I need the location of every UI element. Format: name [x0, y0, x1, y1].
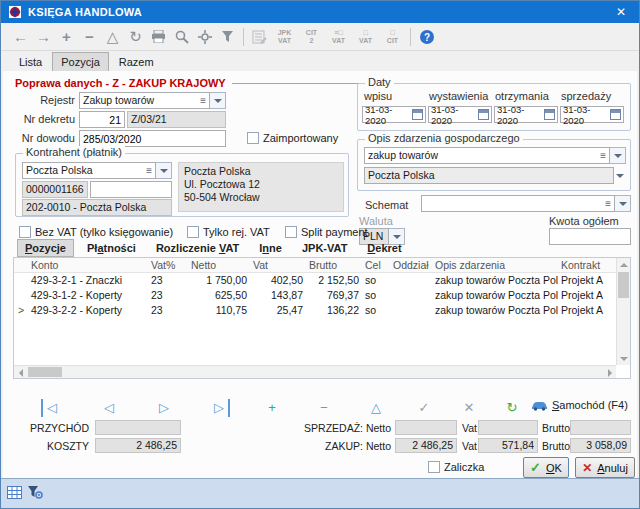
calendar-icon[interactable]: [478, 109, 489, 120]
tab-inne[interactable]: Inne: [252, 240, 289, 256]
list-icon[interactable]: ≡: [200, 93, 206, 108]
col-netto[interactable]: Netto: [188, 258, 250, 272]
samochod-button[interactable]: Samochód (F4): [531, 399, 628, 411]
prev-record-icon[interactable]: ◁: [98, 399, 120, 417]
chevron-down-icon[interactable]: [615, 195, 631, 212]
scroll-left-icon[interactable]: [14, 366, 27, 379]
chevron-down-icon[interactable]: [610, 147, 626, 164]
edit-record-icon[interactable]: △: [365, 399, 387, 417]
horizontal-scrollbar[interactable]: [14, 365, 616, 378]
tylko-rej-vat-checkbox[interactable]: [187, 226, 199, 238]
calendar-icon[interactable]: [412, 109, 423, 120]
add-icon[interactable]: +: [55, 24, 78, 50]
scroll-right-icon[interactable]: [603, 366, 616, 379]
search-icon[interactable]: [170, 24, 193, 50]
list-icon[interactable]: ≡: [600, 148, 606, 163]
tab-lista[interactable]: Lista: [11, 53, 50, 71]
list-icon[interactable]: ≡: [146, 163, 152, 178]
list-icon[interactable]: ≡: [605, 196, 611, 211]
table-row[interactable]: 429-3-1-2 - Koperty 23 625,50 143,87 769…: [14, 288, 616, 303]
cancel-record-icon[interactable]: ✕: [458, 399, 480, 417]
tab-pozycje[interactable]: Pozycje: [17, 239, 74, 257]
col-oddzial[interactable]: Oddział: [390, 258, 432, 272]
kontrahent-extra-input[interactable]: [90, 181, 172, 198]
col-brutto[interactable]: Brutto: [306, 258, 362, 272]
first-record-icon[interactable]: ◁: [41, 399, 63, 417]
calendar-icon[interactable]: [544, 109, 555, 120]
scroll-down-icon[interactable]: [617, 352, 630, 365]
col-vatp[interactable]: Vat%: [148, 258, 188, 272]
col-opis[interactable]: Opis zdarzenia: [432, 258, 558, 272]
tab-razem[interactable]: Razem: [111, 53, 162, 71]
scroll-up-icon[interactable]: [617, 258, 630, 271]
tab-dekret[interactable]: Dekret: [360, 240, 408, 256]
filter-icon[interactable]: [216, 24, 239, 50]
grid-view-icon[interactable]: [7, 486, 22, 499]
last-record-icon[interactable]: ▷: [208, 399, 230, 417]
post-record-icon[interactable]: ✓: [413, 399, 435, 417]
vertical-scroll-thumb[interactable]: [618, 272, 629, 298]
date-wpisu-input[interactable]: 31-03-2020: [362, 106, 426, 123]
forward-icon[interactable]: →: [32, 24, 55, 50]
kwota-input[interactable]: [549, 228, 631, 245]
col-konto[interactable]: Konto: [28, 258, 148, 272]
tab-jpk-vat[interactable]: JPK-VAT: [295, 240, 354, 256]
chevron-down-icon[interactable]: [210, 92, 226, 109]
remove-icon[interactable]: −: [78, 24, 101, 50]
bez-vat-checkbox[interactable]: [19, 226, 31, 238]
zaimportowany-checkbox[interactable]: [247, 132, 259, 144]
nr-dekretu-input[interactable]: [79, 111, 125, 128]
print-icon[interactable]: [147, 24, 170, 50]
kontrahent-combo[interactable]: Poczta Polska≡: [22, 162, 172, 179]
next-record-icon[interactable]: ▷: [153, 399, 175, 417]
split-payment-checkbox[interactable]: [285, 226, 297, 238]
main-tabstrip: Lista Pozycja Razem: [1, 51, 639, 71]
delete-record-icon[interactable]: −: [313, 399, 335, 417]
rejestr-combo[interactable]: Zakup towarów≡: [79, 92, 226, 109]
opis-combo[interactable]: zakup towarów≡: [364, 147, 626, 164]
tab-platnosci[interactable]: Płatności: [80, 240, 143, 256]
chevron-down-icon[interactable]: [614, 167, 626, 184]
help-icon[interactable]: ?: [415, 24, 438, 50]
date-sprzedazy-input[interactable]: 31-03-2020: [560, 106, 624, 123]
cit2-button[interactable]: CIT 2: [298, 29, 325, 44]
date-wystawienia-input[interactable]: 31-03-2020: [428, 106, 492, 123]
col-cel[interactable]: Cel: [362, 258, 390, 272]
horizontal-scroll-thumb[interactable]: [28, 367, 62, 377]
ok-button[interactable]: ✓ OK: [523, 457, 569, 478]
date-otrzymania-input[interactable]: 31-03-2020: [494, 106, 558, 123]
zaliczka-checkbox[interactable]: [428, 461, 440, 473]
zakup-netto-label: ZAKUP: Netto: [273, 439, 391, 454]
evat-button[interactable]: ≡□ VAT: [325, 29, 352, 44]
cit-button[interactable]: □ CIT: [379, 29, 406, 44]
jpk-vat-button[interactable]: JPK VAT: [271, 29, 298, 44]
tab-pozycja[interactable]: Pozycja: [52, 52, 109, 71]
ledger-icon[interactable]: [248, 24, 271, 50]
close-icon[interactable]: ✕: [610, 5, 632, 19]
tab-rozliczenie-vat[interactable]: Rozliczenie VAT: [149, 240, 246, 256]
refresh-record-icon[interactable]: ↻: [501, 399, 523, 417]
chevron-down-icon[interactable]: [156, 162, 172, 179]
table-row[interactable]: 429-3-2-1 - Znaczki 23 1 750,00 402,50 2…: [14, 273, 616, 288]
filter-settings-icon[interactable]: [27, 485, 43, 499]
tools-icon[interactable]: [193, 24, 216, 50]
col-vat[interactable]: Vat: [250, 258, 306, 272]
schemat-combo[interactable]: ≡: [421, 195, 631, 212]
delta-icon[interactable]: △: [101, 24, 124, 50]
col-kontrakt[interactable]: Kontrakt: [558, 258, 616, 272]
opis-subcombo[interactable]: Poczta Polska: [364, 167, 626, 184]
nr-dowodu-input[interactable]: [79, 130, 226, 147]
table-row-current[interactable]: > 429-3-2-2 - Koperty 23 110,75 25,47 13…: [14, 303, 616, 318]
app-logo-icon: [8, 5, 22, 19]
vertical-scrollbar[interactable]: [616, 258, 630, 365]
calendar-icon[interactable]: [610, 109, 621, 120]
vat-button[interactable]: □ VAT: [352, 29, 379, 44]
back-icon[interactable]: ←: [9, 24, 32, 50]
kontrahent-account: 202-0010 - Poczta Polska: [22, 199, 172, 216]
dialog-ksiega-handlowa: KSIĘGA HANDLOWA ✕ ← → + − △ ↻: [1, 1, 639, 479]
title-bar[interactable]: KSIĘGA HANDLOWA ✕: [1, 1, 639, 23]
insert-record-icon[interactable]: +: [261, 399, 283, 417]
anuluj-button[interactable]: ✕ Anuluj: [575, 457, 635, 478]
refresh-icon[interactable]: ↻: [124, 24, 147, 50]
table-header-row[interactable]: Konto Vat% Netto Vat Brutto Cel Oddział …: [14, 258, 616, 273]
